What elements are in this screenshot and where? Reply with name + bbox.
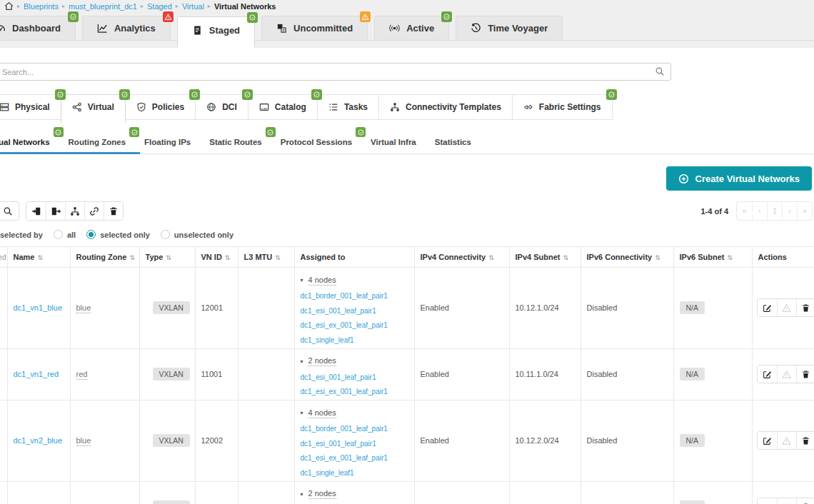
delete-virtual-network-button[interactable] [796, 498, 814, 504]
main-tab-uncommitted[interactable]: Uncommitted [261, 16, 368, 40]
selected-cell[interactable] [0, 268, 7, 349]
export-button[interactable] [46, 202, 65, 220]
blueprint-search-input[interactable] [0, 63, 671, 81]
main-tab-time-voyager[interactable]: Time Voyager [456, 16, 563, 40]
main-tab-analytics[interactable]: Analytics [82, 16, 171, 40]
radio-checked[interactable] [86, 230, 96, 239]
section-tab-tasks[interactable]: Tasks [317, 94, 379, 120]
sub-tab-statistics[interactable]: Statistics [426, 133, 481, 153]
edit-virtual-network-button[interactable] [758, 432, 777, 449]
node-link[interactable]: dc1_single_leaf1 [301, 469, 408, 477]
sub-tab-routing-zones[interactable]: Routing Zones [59, 133, 136, 153]
edit-virtual-network-button[interactable] [758, 366, 777, 383]
breadcrumb-link-must-blueprint-dc1[interactable]: must_blueprint_dc1 [69, 2, 137, 11]
node-link[interactable]: dc1_esi_ex_001_leaf_pair1 [301, 388, 408, 395]
section-tab-dci[interactable]: DCI [195, 94, 248, 120]
breadcrumb-link-staged[interactable]: Staged [147, 2, 172, 11]
next-page-button[interactable]: › [782, 202, 797, 220]
node-link[interactable]: dc1_esi_001_leaf_pair1 [301, 373, 408, 381]
main-tab-staged[interactable]: Staged [177, 16, 255, 48]
main-tab-dashboard[interactable]: Dashboard [0, 16, 76, 40]
node-link[interactable]: dc1_esi_ex_001_leaf_pair1 [301, 454, 408, 462]
import-button[interactable] [26, 202, 46, 220]
column-header-name[interactable]: Name⇅ [7, 247, 70, 268]
node-link[interactable]: dc1_esi_ex_001_leaf_pair1 [301, 321, 408, 329]
breadcrumb-link-virtual[interactable]: Virtual [182, 2, 204, 11]
section-tab-bar: PhysicalVirtualPoliciesDCICatalogTasksCo… [0, 94, 814, 120]
page-number-button[interactable]: 1 [767, 202, 782, 220]
radio-option-all[interactable]: all [54, 230, 76, 239]
create-virtual-networks-button[interactable]: Create Virtual Networks [666, 166, 812, 191]
radio-option-selected-only[interactable]: selected only [86, 230, 150, 239]
sort-icon[interactable]: ⇅ [655, 254, 660, 261]
nodes-expand-toggle[interactable]: ▾2 nodes [301, 356, 336, 366]
sub-tab-protocol-sessions[interactable]: Protocol Sessions [271, 133, 361, 153]
search-icon [3, 206, 13, 216]
first-page-button[interactable]: « [737, 202, 752, 220]
section-tab-catalog[interactable]: Catalog [248, 94, 318, 120]
vn-name-link[interactable]: dc1_vn1_blue [14, 303, 63, 312]
status-badge-success [247, 12, 258, 23]
sub-tab-virtual-infra[interactable]: Virtual Infra [361, 133, 426, 153]
sort-icon[interactable]: ⇅ [727, 254, 733, 261]
column-header-l3-mtu[interactable]: L3 MTU⇅ [238, 247, 294, 268]
link-button[interactable] [84, 202, 104, 220]
node-link[interactable]: dc1_border_001_leaf_pair1 [301, 292, 408, 300]
sub-tab-floating-ips[interactable]: Floating IPs [135, 133, 200, 153]
section-tab-policies[interactable]: Policies [125, 94, 196, 120]
edit-virtual-network-button[interactable] [758, 498, 777, 504]
selected-cell[interactable] [0, 481, 7, 504]
section-tab-fabric-settings[interactable]: Fabric Settings [512, 94, 613, 120]
node-link[interactable]: dc1_esi_001_leaf_pair1 [301, 307, 408, 315]
home-icon[interactable] [4, 1, 14, 11]
trash-button[interactable] [104, 202, 123, 220]
tab-label: Catalog [275, 102, 306, 112]
column-header-vn-id[interactable]: VN ID⇅ [195, 247, 238, 268]
sort-icon[interactable]: ⇅ [563, 254, 568, 261]
radio-unchecked[interactable] [161, 230, 170, 239]
sub-tab-virtual-networks[interactable]: Virtual Networks [0, 133, 59, 153]
main-tab-active[interactable]: Active [374, 16, 449, 40]
selected-cell[interactable] [0, 348, 7, 400]
nodes-expand-toggle[interactable]: ▾2 nodes [301, 489, 336, 499]
nodes-expand-toggle[interactable]: ▾4 nodes [301, 276, 336, 286]
selected-cell[interactable] [0, 400, 7, 482]
column-header-ipv4-subnet[interactable]: IPv4 Subnet⇅ [509, 247, 581, 268]
sort-icon[interactable]: ⇅ [37, 254, 43, 261]
hierarchy-button[interactable] [65, 202, 84, 220]
column-header-type[interactable]: Type⇅ [139, 247, 195, 268]
edit-virtual-network-button[interactable] [758, 299, 777, 316]
sub-tab-static-routes[interactable]: Static Routes [200, 133, 271, 153]
vn-name-link[interactable]: dc1_vn1_red [14, 370, 59, 378]
vn-name-link[interactable]: dc1_vn2_blue [14, 436, 63, 445]
sort-icon[interactable]: ⇅ [225, 254, 231, 261]
section-tab-physical[interactable]: Physical [0, 94, 61, 120]
routing-zone-link[interactable]: blue [76, 303, 91, 313]
sort-icon[interactable]: ⇅ [129, 254, 135, 261]
table-search-button[interactable] [0, 201, 19, 221]
column-header-ipv6-subnet[interactable]: IPv6 Subnet⇅ [673, 247, 752, 268]
column-header-routing-zone[interactable]: Routing Zone⇅ [70, 247, 139, 268]
section-tab-virtual[interactable]: Virtual [61, 94, 126, 123]
prev-page-button[interactable]: ‹ [752, 202, 767, 220]
nodes-count: 4 nodes [308, 408, 336, 418]
breadcrumb-link-blueprints[interactable]: Blueprints [24, 2, 59, 11]
last-page-button[interactable]: » [797, 202, 812, 220]
delete-virtual-network-button[interactable] [796, 366, 814, 383]
node-link[interactable]: dc1_border_001_leaf_pair1 [301, 425, 408, 433]
sort-icon[interactable]: ⇅ [275, 254, 281, 261]
delete-virtual-network-button[interactable] [796, 432, 814, 449]
radio-option-unselected-only[interactable]: unselected only [161, 230, 233, 239]
routing-zone-link[interactable]: red [76, 370, 88, 380]
node-link[interactable]: dc1_esi_001_leaf_pair1 [301, 440, 408, 448]
nodes-expand-toggle[interactable]: ▾4 nodes [301, 408, 336, 418]
sort-icon[interactable]: ⇅ [166, 254, 171, 261]
node-link[interactable]: dc1_single_leaf1 [301, 336, 408, 344]
column-header-ipv6-connectivity[interactable]: IPv6 Connectivity⇅ [581, 247, 673, 268]
section-tab-connectivity-templates[interactable]: Connectivity Templates [378, 94, 513, 120]
sort-icon[interactable]: ⇅ [488, 254, 494, 261]
delete-virtual-network-button[interactable] [796, 299, 814, 316]
column-header-ipv4-connectivity[interactable]: IPv4 Connectivity⇅ [414, 247, 509, 268]
radio-unchecked[interactable] [54, 230, 63, 239]
routing-zone-link[interactable]: blue [76, 436, 91, 446]
